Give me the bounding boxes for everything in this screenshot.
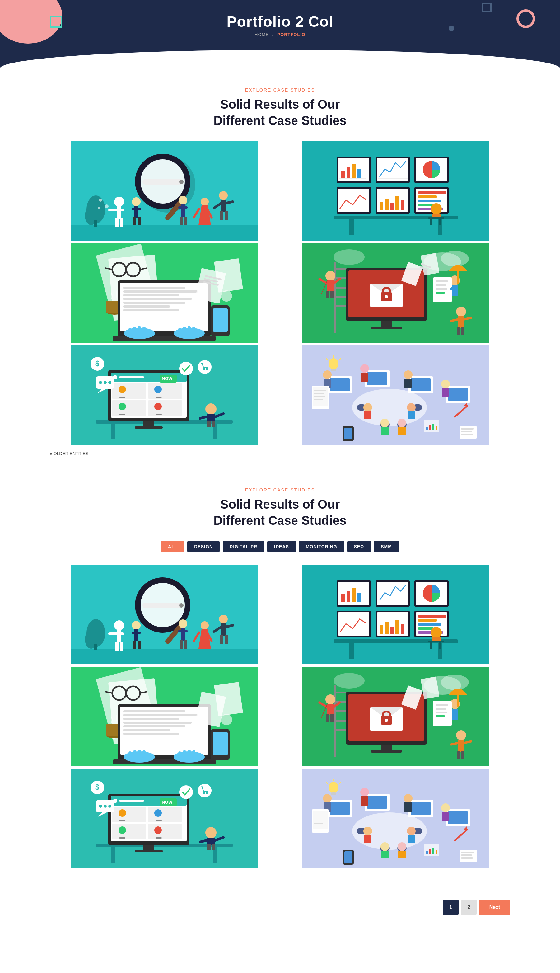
svg-rect-357	[192, 750, 195, 758]
svg-rect-469	[364, 835, 372, 843]
svg-text:NOW: NOW	[162, 376, 173, 381]
svg-point-366	[333, 673, 365, 689]
page-2-button[interactable]: 2	[461, 900, 477, 915]
filter-digital-pr[interactable]: DIGITAL-PR	[223, 541, 264, 552]
svg-rect-490	[426, 851, 428, 854]
svg-rect-346	[123, 733, 179, 735]
svg-point-472	[380, 842, 389, 851]
svg-rect-14	[115, 218, 118, 227]
portfolio-card-2-4[interactable]	[281, 667, 510, 766]
portfolio-card-2[interactable]	[281, 141, 510, 240]
svg-point-223	[363, 403, 372, 412]
svg-rect-105	[188, 326, 191, 335]
portfolio-card-5[interactable]: $ NOW	[50, 345, 279, 445]
portfolio-card-2-6[interactable]	[281, 769, 510, 868]
portfolio-card-6[interactable]	[281, 345, 510, 445]
filter-seo[interactable]: SEO	[347, 541, 371, 552]
decorative-dot	[448, 25, 454, 31]
svg-rect-493	[435, 850, 437, 854]
breadcrumb: HOME / PORTFOLIO	[255, 32, 305, 37]
portfolio-card-2-3[interactable]	[50, 667, 279, 766]
breadcrumb-home[interactable]: HOME	[255, 32, 269, 37]
svg-point-11	[114, 197, 124, 207]
svg-rect-46	[347, 167, 350, 179]
svg-rect-106	[192, 327, 195, 335]
svg-point-381	[325, 694, 335, 704]
portfolio-grid-2: $ NOW	[50, 565, 510, 868]
svg-rect-104	[183, 327, 186, 335]
svg-point-212	[404, 371, 413, 379]
portfolio-card-2-2[interactable]	[281, 565, 510, 664]
svg-point-372	[385, 719, 388, 722]
svg-point-360	[221, 714, 232, 725]
svg-rect-415	[112, 824, 146, 839]
svg-rect-180	[143, 421, 154, 427]
filter-design[interactable]: DESIGN	[187, 541, 220, 552]
svg-rect-91	[123, 294, 179, 296]
svg-rect-137	[326, 291, 329, 299]
svg-rect-94	[123, 305, 170, 307]
portfolio-card-3[interactable]	[50, 243, 279, 343]
svg-rect-254	[461, 434, 473, 435]
svg-rect-90	[123, 290, 198, 292]
svg-rect-491	[429, 849, 431, 854]
svg-rect-196	[207, 421, 211, 427]
svg-point-26	[201, 198, 209, 206]
svg-rect-153	[461, 327, 464, 335]
svg-point-30	[219, 191, 228, 200]
svg-rect-271	[134, 629, 138, 641]
svg-rect-169	[148, 383, 182, 399]
svg-rect-438	[207, 838, 215, 845]
svg-rect-406	[112, 847, 115, 863]
svg-rect-412	[119, 800, 144, 802]
svg-rect-350	[128, 751, 132, 758]
svg-line-151	[464, 318, 471, 319]
svg-rect-12	[117, 206, 121, 219]
svg-rect-4	[94, 220, 97, 227]
svg-point-461	[441, 803, 450, 812]
svg-rect-462	[442, 812, 449, 821]
svg-rect-89	[123, 287, 185, 289]
svg-point-16	[132, 197, 141, 206]
svg-rect-171	[148, 400, 182, 416]
svg-rect-238	[331, 369, 336, 371]
svg-rect-15	[120, 218, 123, 227]
svg-rect-312	[385, 622, 388, 634]
filter-smm[interactable]: SMM	[374, 541, 399, 552]
svg-rect-22	[181, 204, 185, 217]
svg-rect-17	[134, 206, 138, 218]
svg-point-191	[206, 368, 208, 371]
svg-rect-167	[119, 376, 144, 378]
svg-point-208	[360, 364, 369, 373]
svg-rect-253	[461, 431, 472, 432]
svg-point-429	[99, 804, 102, 808]
filter-ideas[interactable]: IDEAS	[267, 541, 296, 552]
svg-point-133	[325, 271, 335, 281]
older-entries[interactable]: « OLDER ENTRIES	[50, 451, 510, 456]
page-1-button[interactable]: 1	[443, 900, 458, 915]
svg-rect-285	[221, 623, 225, 636]
svg-point-192	[205, 403, 217, 415]
svg-rect-76	[439, 219, 441, 225]
svg-rect-392	[435, 708, 447, 710]
svg-rect-420	[155, 820, 162, 821]
portfolio-card-1[interactable]	[50, 141, 279, 240]
svg-rect-296	[341, 594, 345, 602]
portfolio-card-2-5[interactable]: $ NOW	[50, 769, 279, 868]
breadcrumb-separator: /	[272, 32, 274, 37]
svg-rect-320	[418, 623, 442, 626]
svg-rect-130	[333, 287, 346, 289]
svg-rect-68	[418, 195, 437, 198]
filter-all[interactable]: ALL	[161, 541, 184, 552]
portfolio-card-4[interactable]	[281, 243, 510, 343]
svg-rect-111	[214, 258, 243, 292]
next-button[interactable]: Next	[479, 900, 510, 915]
svg-rect-302	[377, 582, 408, 605]
svg-rect-414	[148, 807, 182, 822]
svg-rect-47	[352, 164, 356, 179]
svg-point-204	[323, 371, 332, 379]
filter-monitoring[interactable]: MONITORING	[299, 541, 344, 552]
svg-rect-373	[381, 744, 392, 751]
portfolio-card-2-1[interactable]	[50, 565, 279, 664]
svg-rect-452	[367, 796, 387, 809]
